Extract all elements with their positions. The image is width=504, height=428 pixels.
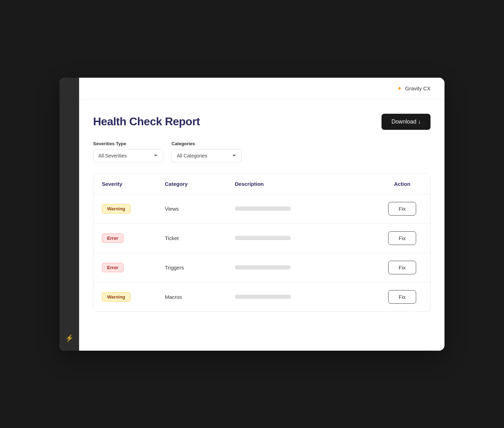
description-placeholder-0 — [235, 206, 291, 211]
cell-severity-3: Warning — [93, 282, 156, 311]
table-container: Severity Category Description Action War… — [93, 174, 430, 312]
filters-row: Severities Type All Severities Warning E… — [93, 141, 430, 162]
download-button[interactable]: Download ↓ — [382, 114, 430, 130]
sidebar: ⚡ — [59, 78, 79, 351]
cell-category-0: Views — [156, 194, 226, 223]
severities-select[interactable]: All Severities Warning Error — [93, 149, 163, 162]
table-row: Error Triggers Fix — [93, 253, 430, 282]
cell-severity-2: Error — [93, 253, 156, 282]
severity-filter-group: Severities Type All Severities Warning E… — [93, 141, 163, 162]
severities-label: Severities Type — [93, 141, 163, 146]
cell-category-2: Triggers — [156, 253, 226, 282]
health-check-table: Severity Category Description Action War… — [93, 174, 430, 311]
cell-action-0: Fix — [374, 194, 430, 223]
header: ✦ Gravity CX — [79, 78, 444, 100]
cell-description-0 — [226, 194, 374, 223]
table-row: Warning Views Fix — [93, 194, 430, 223]
cell-category-1: Ticket — [156, 223, 226, 253]
main-content: ✦ Gravity CX Health Check Report Downloa… — [79, 78, 444, 351]
cell-action-1: Fix — [374, 223, 430, 253]
content-area: Health Check Report Download ↓ Severitie… — [79, 100, 444, 351]
fix-button-1[interactable]: Fix — [388, 231, 416, 245]
category-filter-group: Categories All Categories Views Ticket T… — [172, 141, 241, 162]
brand-icon: ✦ — [397, 85, 402, 92]
cell-category-3: Macros — [156, 282, 226, 311]
cell-description-3 — [226, 282, 374, 311]
table-header-row: Severity Category Description Action — [93, 174, 430, 194]
sidebar-zendesk-icon: ⚡ — [65, 334, 74, 342]
brand-name: Gravity CX — [405, 85, 430, 91]
fix-button-3[interactable]: Fix — [388, 290, 416, 304]
col-header-severity: Severity — [93, 174, 156, 194]
table-row: Error Ticket Fix — [93, 223, 430, 253]
categories-label: Categories — [172, 141, 241, 146]
severity-badge-0: Warning — [102, 204, 131, 213]
description-placeholder-3 — [235, 295, 291, 299]
description-placeholder-1 — [235, 236, 291, 240]
fix-button-0[interactable]: Fix — [388, 202, 416, 216]
cell-severity-0: Warning — [93, 194, 156, 223]
col-header-action: Action — [374, 174, 430, 194]
severity-badge-1: Error — [102, 233, 124, 243]
severity-badge-3: Warning — [102, 292, 131, 302]
table-row: Warning Macros Fix — [93, 282, 430, 311]
brand: ✦ Gravity CX — [397, 85, 430, 92]
cell-description-1 — [226, 223, 374, 253]
cell-description-2 — [226, 253, 374, 282]
cell-action-3: Fix — [374, 282, 430, 311]
cell-severity-1: Error — [93, 223, 156, 253]
description-placeholder-2 — [235, 265, 291, 269]
page-header: Health Check Report Download ↓ — [93, 114, 430, 130]
col-header-category: Category — [156, 174, 226, 194]
severity-badge-2: Error — [102, 263, 124, 272]
app-container: ⚡ ✦ Gravity CX Health Check Report Downl… — [59, 78, 444, 351]
page-title: Health Check Report — [93, 115, 200, 128]
categories-select[interactable]: All Categories Views Ticket Triggers Mac… — [172, 149, 241, 162]
col-header-description: Description — [226, 174, 374, 194]
cell-action-2: Fix — [374, 253, 430, 282]
fix-button-2[interactable]: Fix — [388, 261, 416, 274]
